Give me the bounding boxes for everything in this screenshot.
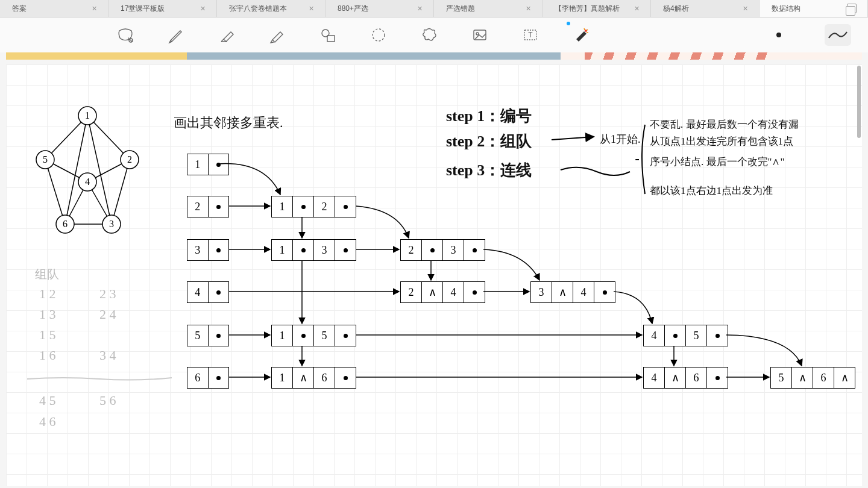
text-icon[interactable]: T xyxy=(520,24,541,46)
side-note-4: 都以该1点右边1点出发为准 xyxy=(650,184,773,198)
close-icon[interactable]: ✕ xyxy=(417,5,423,13)
page-banner xyxy=(6,52,862,60)
close-icon[interactable]: ✕ xyxy=(92,5,97,13)
step1-text: step 1：编号 xyxy=(446,105,532,127)
note-canvas[interactable]: 1 2 5 4 3 6 画出其邻接多重表. step 1：编号 step 2：组… xyxy=(6,64,862,486)
tab-17lessons[interactable]: 17堂课平板版✕ xyxy=(108,0,217,17)
side-note-1: 不要乱. 最好最后数一个有没有漏 xyxy=(650,117,799,131)
eraser-icon[interactable] xyxy=(216,24,237,46)
svg-line-8 xyxy=(87,116,130,160)
lasso-page-icon[interactable] xyxy=(115,24,136,46)
svg-line-14 xyxy=(112,160,130,224)
svg-point-21 xyxy=(121,151,139,169)
close-icon[interactable]: ✕ xyxy=(200,5,206,13)
edge-node: 4∧6 xyxy=(643,367,728,389)
svg-text:2: 2 xyxy=(127,154,132,164)
edge-node: 15 xyxy=(271,325,356,346)
tab-liyanfang[interactable]: 【李艳芳】真题解析✕ xyxy=(542,0,651,17)
svg-line-12 xyxy=(87,160,130,182)
vertex-node: 2 xyxy=(187,196,229,217)
svg-text:5: 5 xyxy=(43,154,48,164)
vertex-node: 3 xyxy=(187,239,229,261)
tab-880[interactable]: 880+严选✕ xyxy=(326,0,434,17)
svg-line-13 xyxy=(45,160,87,182)
tab-yang4[interactable]: 杨4解析✕ xyxy=(651,0,760,17)
svg-point-2 xyxy=(373,29,385,41)
vertex-node: 4 xyxy=(187,281,229,303)
edge-node: 13 xyxy=(271,239,356,261)
side-note-3: 序号小结点. 最后一个改完"∧" xyxy=(650,155,784,169)
tab-answers[interactable]: 答案✕ xyxy=(0,0,108,17)
edge-node: 3∧4 xyxy=(530,281,615,303)
tab-bar: 答案✕ 17堂课平板版✕ 张宇八套卷错题本✕ 880+严选✕ 严选错题✕ 【李艳… xyxy=(0,0,868,17)
vertex-node: 6 xyxy=(187,367,229,389)
close-icon[interactable]: ✕ xyxy=(526,5,531,13)
vertex-node: 1 xyxy=(187,154,229,175)
scrollbar[interactable] xyxy=(857,66,861,138)
step2-text: step 2：组队 xyxy=(446,131,532,152)
shape-icon[interactable] xyxy=(317,24,339,46)
edge-node: 12 xyxy=(271,196,356,217)
vertex-node: 5 xyxy=(187,325,229,346)
side-note-2: 从顶点1出发连完所有包含该1点 xyxy=(650,134,793,148)
svg-line-11 xyxy=(65,116,87,224)
laser-pointer-icon[interactable] xyxy=(570,24,592,46)
tab-yanxuan[interactable]: 严选错题✕ xyxy=(434,0,542,17)
pencil-hdr: 组队 xyxy=(35,266,59,283)
split-view-icon[interactable] xyxy=(847,4,857,13)
svg-text:T: T xyxy=(528,31,533,39)
svg-point-4 xyxy=(476,33,479,35)
tab-datastructure[interactable]: 数据结构 xyxy=(760,0,868,17)
brush-preview[interactable] xyxy=(825,24,851,46)
close-icon[interactable]: ✕ xyxy=(634,5,640,13)
pen-icon[interactable] xyxy=(165,24,187,46)
svg-point-25 xyxy=(78,173,96,191)
edge-node: 5∧6∧ xyxy=(770,367,855,389)
svg-text:4: 4 xyxy=(85,177,90,187)
svg-point-23 xyxy=(36,151,54,169)
svg-line-10 xyxy=(87,116,112,224)
tab-zhangyu[interactable]: 张宇八套卷错题本✕ xyxy=(217,0,326,17)
edge-node: 45 xyxy=(643,325,728,346)
step2-side: 从1开始. xyxy=(600,132,641,146)
svg-text:1: 1 xyxy=(85,110,90,120)
svg-line-9 xyxy=(45,116,87,160)
note-title: 画出其邻接多重表. xyxy=(174,114,283,132)
svg-point-27 xyxy=(102,215,121,233)
image-icon[interactable] xyxy=(469,24,491,46)
close-icon[interactable]: ✕ xyxy=(309,5,314,13)
svg-line-17 xyxy=(65,182,87,224)
svg-line-16 xyxy=(87,182,112,224)
close-icon[interactable]: ✕ xyxy=(743,5,748,13)
pencil-row: 1 2 xyxy=(39,286,56,302)
edge-node: 2∧4 xyxy=(400,281,485,303)
edge-node: 1∧6 xyxy=(271,367,356,389)
lasso-icon[interactable] xyxy=(368,24,389,46)
svg-point-19 xyxy=(78,107,96,125)
step3-text: step 3：连线 xyxy=(446,160,532,181)
sticker-icon[interactable] xyxy=(418,24,440,46)
svg-text:3: 3 xyxy=(109,219,114,229)
edge-node: 23 xyxy=(400,239,485,261)
graph-diagram: 1 2 5 4 3 6 xyxy=(6,64,163,257)
color-swatch-black[interactable] xyxy=(776,33,781,37)
svg-text:6: 6 xyxy=(63,219,68,229)
svg-point-29 xyxy=(56,215,74,233)
svg-line-15 xyxy=(45,160,65,224)
highlighter-icon[interactable] xyxy=(266,24,288,46)
toolbar: T xyxy=(0,17,868,52)
